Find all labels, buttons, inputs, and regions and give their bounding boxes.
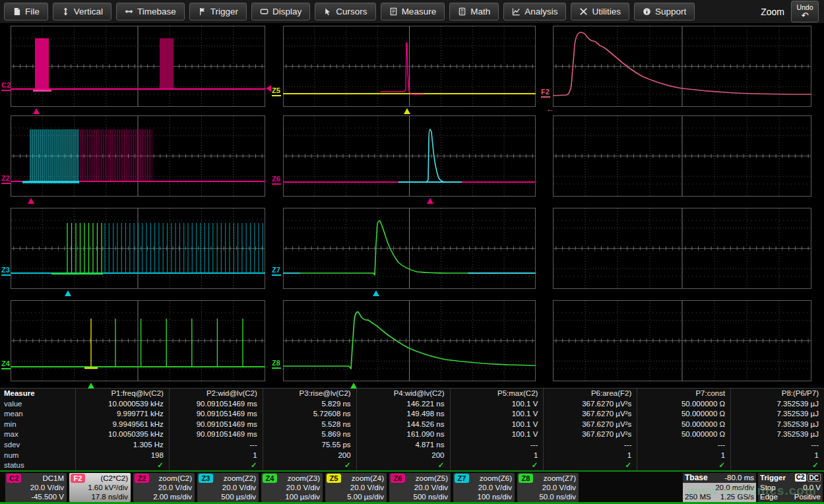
measure-col-header-p6[interactable]: P6:area(F2) <box>543 389 637 399</box>
descriptor-scale: 1.60 kV²/div <box>71 483 128 492</box>
channel-descriptor-z2[interactable]: Z2zoom(C2)20.0 V/div2.00 ms/div <box>133 473 195 502</box>
zoom-position-marker-z8[interactable] <box>350 383 357 389</box>
trigger-descriptor[interactable]: Trigger C2 DC Stop 0.0 V Edge Positive <box>758 473 823 502</box>
measure-cell-p7-min: 50.000000 Ω <box>637 420 730 430</box>
channel-badge-z4[interactable]: Z4 <box>263 474 277 483</box>
measure-cell-p2-min: 90.091051469 ms <box>169 420 263 430</box>
measure-cell-p2-num: 1 <box>169 451 263 461</box>
grid-panel-z3[interactable] <box>11 208 265 289</box>
grid-panel-f2[interactable] <box>553 26 811 107</box>
channel-badge-z8[interactable]: Z8 <box>519 474 533 483</box>
measure-col-header-p7[interactable]: P7:const <box>637 389 730 399</box>
measure-cell-p6-num: 1 <box>543 451 637 461</box>
menu-timebase[interactable]: Timebase <box>116 3 185 20</box>
trace-label-f2[interactable]: F2 <box>541 88 550 98</box>
channel-descriptor-z8[interactable]: Z8zoom(Z7)20.0 V/div50.0 ns/div <box>517 473 579 502</box>
channel-badge-c2[interactable]: C2 <box>7 474 21 483</box>
menu-trigger[interactable]: Trigger <box>189 3 247 20</box>
channel-badge-z6[interactable]: Z6 <box>391 474 405 483</box>
timebase-descriptor[interactable]: Tbase -80.0 ms 20.0 ms/div 250 MS 1.25 G… <box>683 473 756 502</box>
menu-vertical[interactable]: Vertical <box>53 3 111 20</box>
menu-file[interactable]: File <box>4 3 48 20</box>
undo-label: Undo <box>796 3 813 11</box>
menu-analysis-label: Analysis <box>524 7 557 16</box>
descriptor-source: zoom(Z5) <box>416 474 448 483</box>
menu-support[interactable]: Support <box>634 3 695 20</box>
zoom-position-marker-z2[interactable] <box>28 198 34 204</box>
measure-row-label-max: max <box>0 429 75 440</box>
trace-label-c2[interactable]: C2 <box>1 82 11 91</box>
measure-cell-p3-mean: 5.72608 ns <box>263 409 356 420</box>
channel-descriptor-z5[interactable]: Z5zoom(Z4)20.0 V/div5.00 µs/div <box>325 473 387 502</box>
grid-panel-z6[interactable] <box>283 115 536 197</box>
measure-col-header-p5[interactable]: P5:max(C2) <box>450 389 544 399</box>
measure-col-header-p4[interactable]: P4:wid@lv(C2) <box>356 389 450 399</box>
grid-panel-z7[interactable] <box>283 208 536 289</box>
channel-descriptor-z7[interactable]: Z7zoom(Z6)20.0 V/div100 ns/div <box>453 473 515 502</box>
menu-utilities[interactable]: Utilities <box>571 3 629 20</box>
measure-col-header-p8[interactable]: P8:(P6/P7) <box>730 389 824 399</box>
grid-panel-z2[interactable] <box>11 115 265 197</box>
descriptor-source: zoom(Z2) <box>224 474 256 483</box>
trace-label-z5[interactable]: Z5 <box>272 87 281 96</box>
undo-button[interactable]: Undo ↶ <box>791 1 819 22</box>
undo-icon: ↶ <box>796 11 814 20</box>
menu-analysis[interactable]: Analysis <box>503 3 566 20</box>
oscilloscope-app: File Vertical Timebase Trigger Display C… <box>0 0 824 504</box>
descriptor-scale: 20.0 V/div <box>455 483 512 492</box>
zoom-position-marker-z3[interactable] <box>65 290 71 296</box>
measure-cell-p4-mean: 149.498 ns <box>356 409 450 420</box>
channel-badge-z2[interactable]: Z2 <box>135 474 149 483</box>
trace-label-z6[interactable]: Z6 <box>272 175 281 185</box>
measure-table: MeasureP1:freq@lv(C2)P2:wid@lv(C2)P3:ris… <box>0 388 824 470</box>
measure-col-header-p3[interactable]: P3:rise@lv(C2) <box>263 389 356 399</box>
menu-display[interactable]: Display <box>251 3 310 20</box>
measure-cell-p1-value: 10.0000539 kHz <box>75 399 169 410</box>
measure-cell-p3-status: ✓ <box>263 460 356 471</box>
channel-badge-z7[interactable]: Z7 <box>455 474 469 483</box>
measure-col-header-p1[interactable]: P1:freq@lv(C2) <box>75 389 169 399</box>
measure-cell-p8-mean: 7.352539 µJ <box>730 409 824 420</box>
zoom-position-marker-z6[interactable] <box>427 198 433 204</box>
menu-cursors[interactable]: Cursors <box>315 3 375 20</box>
zoom-position-marker-z7[interactable] <box>373 290 379 296</box>
grid-panel-z4[interactable] <box>11 300 265 381</box>
measure-row-label-value: value <box>0 399 75 410</box>
trigger-coupling-badge: DC <box>808 474 821 482</box>
channel-descriptor-c2[interactable]: C2DC1M20.0 V/div-45.500 V <box>5 473 67 502</box>
grid-panel-empty-2[interactable] <box>553 208 811 289</box>
trace-label-z4[interactable]: Z4 <box>1 360 11 369</box>
menu-measure[interactable]: Measure <box>381 3 445 20</box>
channel-badge-f2[interactable]: F2 <box>71 474 85 483</box>
channel-badge-z3[interactable]: Z3 <box>199 474 213 483</box>
channel-descriptor-z6[interactable]: Z6zoom(Z5)20.0 V/div500 ns/div <box>389 473 451 502</box>
measure-cell-p1-mean: 9.999771 kHz <box>75 409 169 420</box>
descriptor-scale: 20.0 V/div <box>327 483 384 492</box>
trace-label-z2[interactable]: Z2 <box>1 175 11 184</box>
horizontal-arrows-icon <box>125 7 133 16</box>
trace-label-z7[interactable]: Z7 <box>272 267 281 276</box>
trigger-type: Edge <box>760 492 778 502</box>
tbase-samples: 250 MS <box>685 492 711 501</box>
zoom-position-marker-z5[interactable] <box>404 108 410 114</box>
grid-panel-z5[interactable] <box>283 26 536 107</box>
channel-descriptor-f2[interactable]: F2(C2*C2)1.60 kV²/div17.8 ns/div <box>69 473 131 502</box>
zoom-position-marker-z4[interactable] <box>88 383 94 389</box>
descriptor-scale: 20.0 V/div <box>391 483 448 492</box>
grid-panel-z8[interactable] <box>283 300 536 381</box>
measure-table-corner: Measure <box>0 389 75 399</box>
channel-descriptor-z3[interactable]: Z3zoom(Z2)20.0 V/div500 µs/div <box>197 473 259 502</box>
grid-panel-empty-3[interactable] <box>553 300 811 381</box>
measure-cell-p1-min: 9.9949561 kHz <box>75 420 169 430</box>
zoom-position-marker-c2[interactable] <box>33 108 40 114</box>
channel-descriptor-z4[interactable]: Z4zoom(Z3)20.0 V/div100 µs/div <box>261 473 323 502</box>
grid-panel-empty-1[interactable] <box>553 115 811 197</box>
level-marker-c2[interactable] <box>266 85 271 92</box>
menu-math[interactable]: Math <box>449 3 499 20</box>
measure-col-header-p2[interactable]: P2:wid@lv(C2) <box>169 389 263 399</box>
measure-cell-p5-status: ✓ <box>450 460 544 471</box>
channel-badge-z5[interactable]: Z5 <box>327 474 341 483</box>
trace-label-z3[interactable]: Z3 <box>1 267 11 276</box>
trace-label-z8[interactable]: Z8 <box>272 360 281 369</box>
grid-panel-c2[interactable] <box>11 26 265 107</box>
